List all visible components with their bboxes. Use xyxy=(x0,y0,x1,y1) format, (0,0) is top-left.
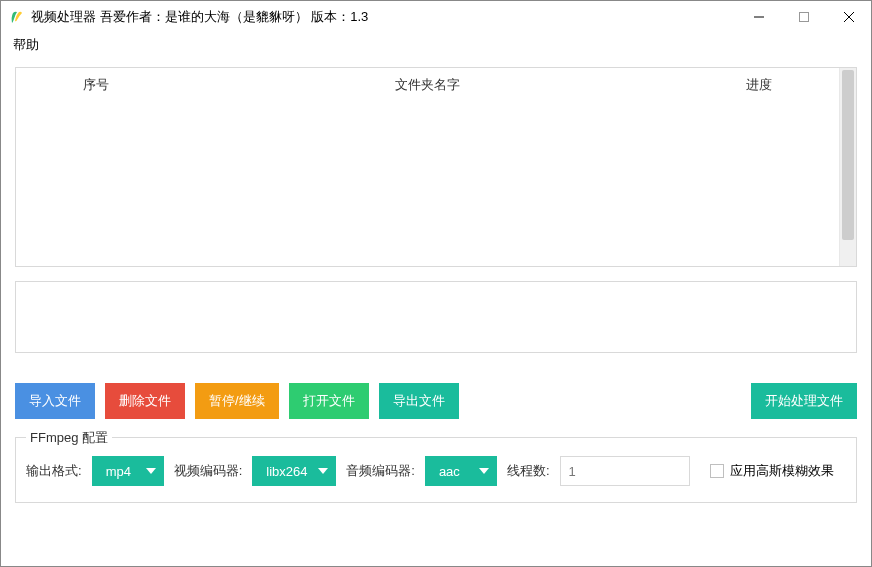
delete-button[interactable]: 删除文件 xyxy=(105,383,185,419)
output-format-label: 输出格式: xyxy=(26,462,82,480)
chevron-down-icon xyxy=(479,466,489,476)
menu-help[interactable]: 帮助 xyxy=(7,34,45,56)
window-close-button[interactable] xyxy=(826,2,871,32)
gaussian-blur-label: 应用高斯模糊效果 xyxy=(730,462,834,480)
output-format-value: mp4 xyxy=(106,464,138,479)
checkbox-box xyxy=(710,464,724,478)
threads-label: 线程数: xyxy=(507,462,550,480)
video-codec-label: 视频编码器: xyxy=(174,462,243,480)
audio-codec-value: aac xyxy=(439,464,471,479)
audio-codec-select[interactable]: aac xyxy=(425,456,497,486)
column-header-name[interactable]: 文件夹名字 xyxy=(176,76,679,258)
pause-resume-button[interactable]: 暂停/继续 xyxy=(195,383,279,419)
chevron-down-icon xyxy=(146,466,156,476)
menu-bar: 帮助 xyxy=(1,33,871,57)
window-title: 视频处理器 吾爱作者：是谁的大海（是貔貅呀） 版本：1.3 xyxy=(31,8,736,26)
ffmpeg-legend: FFmpeg 配置 xyxy=(26,429,112,447)
threads-input[interactable] xyxy=(560,456,690,486)
video-codec-value: libx264 xyxy=(266,464,310,479)
video-codec-select[interactable]: libx264 xyxy=(252,456,336,486)
log-output[interactable] xyxy=(15,281,857,353)
chevron-down-icon xyxy=(318,466,328,476)
list-scrollbar[interactable] xyxy=(839,68,856,266)
window-minimize-button[interactable] xyxy=(736,2,781,32)
output-format-select[interactable]: mp4 xyxy=(92,456,164,486)
file-list: 序号 文件夹名字 进度 xyxy=(15,67,857,267)
column-header-seq[interactable]: 序号 xyxy=(16,76,176,258)
column-header-progress[interactable]: 进度 xyxy=(679,76,839,258)
audio-codec-label: 音频编码器: xyxy=(346,462,415,480)
export-button[interactable]: 导出文件 xyxy=(379,383,459,419)
import-button[interactable]: 导入文件 xyxy=(15,383,95,419)
window-titlebar: 视频处理器 吾爱作者：是谁的大海（是貔貅呀） 版本：1.3 xyxy=(1,1,871,33)
ffmpeg-config-group: FFmpeg 配置 输出格式: mp4 视频编码器: libx264 音频编码器… xyxy=(15,437,857,503)
scrollbar-thumb[interactable] xyxy=(842,70,854,240)
gaussian-blur-checkbox[interactable]: 应用高斯模糊效果 xyxy=(710,462,834,480)
window-maximize-button[interactable] xyxy=(781,2,826,32)
open-button[interactable]: 打开文件 xyxy=(289,383,369,419)
start-process-button[interactable]: 开始处理文件 xyxy=(751,383,857,419)
app-icon xyxy=(9,9,25,25)
svg-rect-1 xyxy=(799,13,808,22)
